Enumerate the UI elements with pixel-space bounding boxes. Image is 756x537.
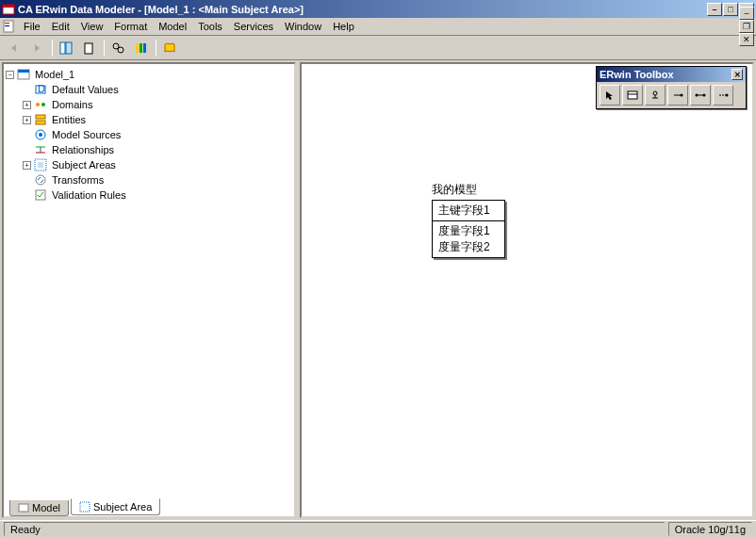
transforms-icon bbox=[34, 173, 47, 187]
expander-icon[interactable]: + bbox=[23, 116, 31, 124]
status-ready: Ready bbox=[4, 522, 665, 536]
entity-pk-field[interactable]: 主键字段1 bbox=[433, 201, 504, 221]
entity-name[interactable]: 我的模型 bbox=[432, 182, 505, 198]
tool-explorer-button[interactable] bbox=[56, 38, 76, 58]
diagram-canvas[interactable]: ERwin Toolbox ✕ 我的模型 主键字段1 度量字段1 度量字段2 bbox=[300, 62, 754, 518]
svg-rect-11 bbox=[140, 43, 142, 53]
tool-book-button[interactable] bbox=[159, 38, 180, 58]
relationships-icon bbox=[34, 143, 47, 156]
maximize-button[interactable]: □ bbox=[723, 3, 738, 16]
entity-diagram-object[interactable]: 我的模型 主键字段1 度量字段1 度量字段2 bbox=[432, 182, 505, 258]
svg-point-9 bbox=[118, 47, 123, 53]
menu-view[interactable]: View bbox=[75, 19, 109, 34]
statusbar: Ready Oracle 10g/11g bbox=[0, 520, 756, 537]
model-icon bbox=[17, 68, 30, 81]
tree-item-label[interactable]: Transforms bbox=[50, 174, 106, 186]
toolbar bbox=[0, 36, 756, 60]
tool-columns-button[interactable] bbox=[130, 38, 151, 58]
model-tree[interactable]: − Model_1 D Default Values + Domains + E… bbox=[4, 64, 294, 496]
svg-rect-20 bbox=[36, 121, 45, 124]
app-icon bbox=[2, 3, 15, 16]
svg-rect-3 bbox=[5, 23, 9, 24]
svg-point-18 bbox=[41, 103, 45, 106]
svg-rect-10 bbox=[136, 43, 139, 53]
tree-item-label[interactable]: Validation Rules bbox=[50, 189, 128, 201]
menu-help[interactable]: Help bbox=[327, 19, 360, 34]
model-explorer-pane: − Model_1 D Default Values + Domains + E… bbox=[2, 62, 296, 518]
erwin-toolbox[interactable]: ERwin Toolbox ✕ bbox=[596, 66, 747, 109]
tree-item-label[interactable]: Subject Areas bbox=[50, 159, 118, 171]
doc-icon bbox=[2, 20, 15, 33]
menu-services[interactable]: Services bbox=[228, 19, 279, 34]
subject-area-tab-icon bbox=[79, 501, 90, 513]
tab-subject-area-label: Subject Area bbox=[93, 501, 152, 513]
tree-root-label[interactable]: Model_1 bbox=[33, 69, 76, 80]
tree-item-label[interactable]: Default Values bbox=[50, 84, 121, 95]
explorer-tabs: Model Subject Area bbox=[4, 496, 294, 516]
svg-rect-14 bbox=[18, 70, 29, 73]
tool-pointer[interactable] bbox=[600, 85, 620, 106]
tree-item-label[interactable]: Domains bbox=[50, 99, 94, 110]
svg-point-34 bbox=[653, 91, 657, 95]
entity-attr-field[interactable]: 度量字段1 bbox=[438, 223, 499, 239]
menu-tools[interactable]: Tools bbox=[192, 19, 228, 34]
expander-icon[interactable]: + bbox=[23, 101, 31, 109]
expander-icon[interactable]: − bbox=[6, 71, 14, 79]
expander-icon[interactable]: + bbox=[23, 161, 31, 170]
svg-rect-30 bbox=[19, 504, 28, 512]
mdi-restore-button[interactable]: ❐ bbox=[739, 20, 754, 33]
toolbox-titlebar[interactable]: ERwin Toolbox ✕ bbox=[597, 67, 746, 82]
tool-many-to-many-rel[interactable] bbox=[690, 85, 711, 106]
tool-subcategory[interactable] bbox=[645, 85, 666, 106]
svg-rect-12 bbox=[143, 43, 146, 53]
default-values-icon: D bbox=[34, 83, 47, 96]
minimize-button[interactable]: – bbox=[707, 3, 722, 16]
svg-rect-7 bbox=[85, 43, 92, 54]
subject-areas-icon bbox=[34, 158, 47, 171]
svg-rect-1 bbox=[3, 5, 14, 8]
menubar: File Edit View Format Model Tools Servic… bbox=[0, 18, 756, 36]
toolbox-close-button[interactable]: ✕ bbox=[731, 69, 743, 80]
tab-model[interactable]: Model bbox=[9, 500, 69, 516]
menu-edit[interactable]: Edit bbox=[46, 19, 75, 34]
entity-attr-field[interactable]: 度量字段2 bbox=[438, 239, 499, 255]
window-titlebar: CA ERwin Data Modeler - [Model_1 : <Main… bbox=[0, 0, 756, 18]
menu-model[interactable]: Model bbox=[153, 19, 192, 34]
svg-rect-6 bbox=[66, 42, 72, 54]
mdi-minimize-button[interactable]: – bbox=[739, 7, 754, 20]
entities-icon bbox=[34, 113, 47, 126]
nav-back-button bbox=[4, 38, 25, 58]
svg-point-43 bbox=[726, 94, 729, 97]
menu-format[interactable]: Format bbox=[108, 19, 153, 34]
svg-text:D: D bbox=[38, 83, 45, 94]
tool-find-button[interactable] bbox=[107, 38, 128, 58]
tree-item-label[interactable]: Model Sources bbox=[50, 129, 123, 140]
tree-item-label[interactable]: Entities bbox=[50, 114, 88, 125]
menu-file[interactable]: File bbox=[18, 19, 46, 34]
model-sources-icon bbox=[34, 128, 47, 141]
validation-rules-icon bbox=[34, 188, 47, 202]
tool-identifying-rel[interactable] bbox=[667, 85, 688, 106]
tree-item-label[interactable]: Relationships bbox=[50, 144, 116, 155]
status-db: Oracle 10g/11g bbox=[668, 522, 752, 536]
tab-model-label: Model bbox=[32, 502, 60, 513]
domains-icon bbox=[34, 98, 47, 111]
mdi-close-button[interactable]: ✕ bbox=[739, 33, 754, 46]
tool-new-button[interactable] bbox=[78, 38, 99, 58]
model-tab-icon bbox=[18, 502, 29, 513]
tool-entity[interactable] bbox=[622, 85, 643, 106]
svg-point-17 bbox=[36, 103, 40, 106]
svg-rect-31 bbox=[80, 502, 90, 512]
window-title: CA ERwin Data Modeler - [Model_1 : <Main… bbox=[18, 4, 707, 15]
svg-point-41 bbox=[703, 94, 706, 97]
tool-nonidentifying-rel[interactable] bbox=[713, 85, 733, 106]
svg-rect-4 bbox=[5, 25, 9, 26]
svg-rect-5 bbox=[60, 42, 65, 54]
nav-forward-button bbox=[26, 38, 47, 58]
tab-subject-area[interactable]: Subject Area bbox=[71, 498, 160, 515]
svg-point-22 bbox=[39, 133, 42, 137]
svg-point-38 bbox=[681, 94, 683, 97]
svg-point-40 bbox=[696, 94, 698, 97]
menu-window[interactable]: Window bbox=[279, 19, 327, 34]
svg-point-28 bbox=[36, 175, 45, 185]
